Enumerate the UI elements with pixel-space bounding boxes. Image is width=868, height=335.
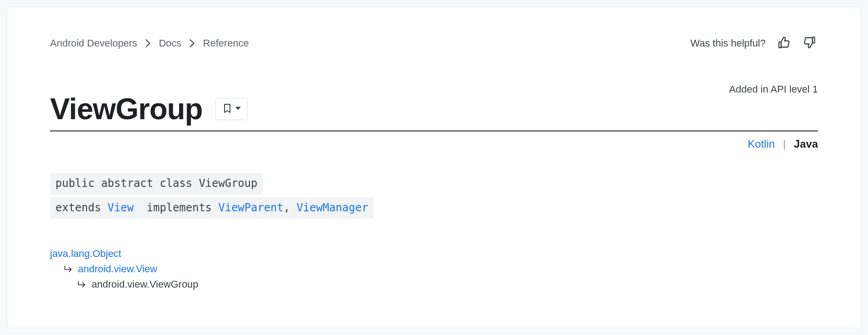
language-link-kotlin[interactable]: Kotlin — [748, 138, 775, 150]
chevron-right-icon — [189, 39, 195, 47]
bookmark-button[interactable] — [215, 98, 248, 120]
api-level-label: Added in API level 1 — [729, 84, 818, 95]
link-java-lang-object[interactable]: java.lang.Object — [50, 246, 121, 261]
hierarchy-row: android.view.View — [50, 261, 818, 277]
class-signature: public abstract class ViewGroup extends … — [50, 173, 818, 221]
title-row: ViewGroup — [50, 92, 818, 131]
breadcrumb-link-android-developers[interactable]: Android Developers — [50, 37, 137, 49]
thumbs-up-button[interactable] — [776, 34, 792, 52]
link-view[interactable]: View — [108, 201, 134, 214]
subdirectory-arrow-icon — [64, 264, 73, 274]
thumbs-up-icon — [777, 36, 790, 50]
hierarchy-row: java.lang.Object — [50, 246, 818, 261]
feedback-prompt: Was this helpful? — [690, 37, 766, 49]
link-android-view-view[interactable]: android.view.View — [78, 261, 157, 277]
page-title: ViewGroup — [50, 92, 202, 126]
hierarchy-current-class: android.view.ViewGroup — [92, 277, 198, 292]
breadcrumb-link-reference[interactable]: Reference — [203, 37, 249, 49]
language-active-java: Java — [794, 138, 818, 150]
top-row: Android Developers Docs Reference Was th… — [50, 34, 818, 52]
breadcrumb: Android Developers Docs Reference — [50, 37, 249, 49]
caret-down-icon — [235, 106, 241, 112]
page-frame: Android Developers Docs Reference Was th… — [7, 7, 861, 328]
chevron-right-icon — [145, 39, 151, 47]
link-viewparent[interactable]: ViewParent — [218, 201, 284, 214]
feedback-widget: Was this helpful? — [690, 34, 818, 52]
breadcrumb-link-docs[interactable]: Docs — [159, 37, 181, 49]
link-viewmanager[interactable]: ViewManager — [297, 201, 368, 214]
thumbs-down-icon — [804, 36, 816, 50]
signature-line-2: extends View implements ViewParent, View… — [50, 197, 374, 219]
signature-line-1: public abstract class ViewGroup — [50, 173, 263, 195]
bookmark-icon — [222, 103, 233, 115]
class-hierarchy: java.lang.Object android.view.View andro… — [50, 246, 818, 292]
subdirectory-arrow-icon — [77, 279, 87, 289]
hierarchy-row: android.view.ViewGroup — [50, 277, 818, 292]
language-switch: Kotlin | Java — [50, 138, 818, 150]
language-divider: | — [783, 138, 785, 150]
thumbs-down-button[interactable] — [802, 34, 818, 52]
